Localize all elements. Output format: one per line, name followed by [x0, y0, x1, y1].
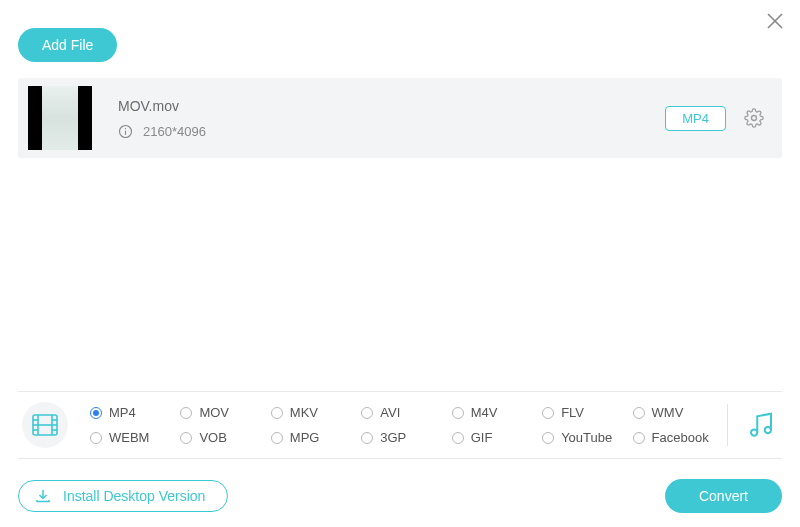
format-option-mov[interactable]: MOV: [180, 405, 266, 420]
format-option-label: AVI: [380, 405, 400, 420]
format-option-mkv[interactable]: MKV: [271, 405, 357, 420]
install-desktop-label: Install Desktop Version: [63, 488, 205, 504]
format-option-avi[interactable]: AVI: [361, 405, 447, 420]
radio-icon: [90, 432, 102, 444]
format-option-m4v[interactable]: M4V: [452, 405, 538, 420]
radio-icon: [180, 432, 192, 444]
install-desktop-button[interactable]: Install Desktop Version: [18, 480, 228, 512]
radio-icon: [633, 407, 645, 419]
format-option-wmv[interactable]: WMV: [633, 405, 719, 420]
format-option-gif[interactable]: GIF: [452, 430, 538, 445]
gear-icon: [744, 108, 764, 128]
video-category-button[interactable]: [22, 402, 68, 448]
file-thumbnail: [28, 86, 92, 150]
audio-category-button[interactable]: [746, 410, 776, 440]
radio-icon: [452, 407, 464, 419]
radio-icon: [452, 432, 464, 444]
target-format-badge[interactable]: MP4: [665, 106, 726, 131]
radio-icon: [271, 432, 283, 444]
svg-point-15: [765, 427, 771, 433]
separator: [727, 404, 728, 446]
format-option-webm[interactable]: WEBM: [90, 430, 176, 445]
format-option-label: MPG: [290, 430, 320, 445]
settings-button[interactable]: [744, 108, 764, 128]
format-option-label: MP4: [109, 405, 136, 420]
format-option-facebook[interactable]: Facebook: [633, 430, 719, 445]
file-item: MOV.mov 2160*4096 MP4: [18, 78, 782, 158]
radio-icon: [542, 407, 554, 419]
radio-icon: [542, 432, 554, 444]
music-icon: [746, 410, 776, 440]
format-option-label: MKV: [290, 405, 318, 420]
radio-icon: [361, 432, 373, 444]
download-icon: [35, 488, 51, 504]
format-option-label: M4V: [471, 405, 498, 420]
svg-point-14: [751, 429, 757, 435]
radio-icon: [633, 432, 645, 444]
radio-icon: [361, 407, 373, 419]
format-option-3gp[interactable]: 3GP: [361, 430, 447, 445]
format-option-label: Facebook: [652, 430, 709, 445]
format-option-label: WMV: [652, 405, 684, 420]
svg-point-5: [752, 116, 757, 121]
radio-icon: [90, 407, 102, 419]
format-option-label: YouTube: [561, 430, 612, 445]
format-option-label: FLV: [561, 405, 584, 420]
footer: Install Desktop Version Convert: [18, 479, 782, 513]
info-icon: [118, 124, 133, 139]
format-option-flv[interactable]: FLV: [542, 405, 628, 420]
film-icon: [32, 414, 58, 436]
format-option-mp4[interactable]: MP4: [90, 405, 176, 420]
convert-button[interactable]: Convert: [665, 479, 782, 513]
file-resolution: 2160*4096: [143, 124, 206, 139]
close-button[interactable]: [766, 12, 784, 30]
format-option-label: WEBM: [109, 430, 149, 445]
radio-icon: [180, 407, 192, 419]
format-option-label: MOV: [199, 405, 229, 420]
format-option-label: GIF: [471, 430, 493, 445]
add-file-button[interactable]: Add File: [18, 28, 117, 62]
format-grid: MP4MOVMKVAVIM4VFLVWMVWEBMVOBMPG3GPGIFYou…: [90, 405, 719, 445]
output-format-panel: MP4MOVMKVAVIM4VFLVWMVWEBMVOBMPG3GPGIFYou…: [18, 391, 782, 459]
radio-icon: [271, 407, 283, 419]
format-option-mpg[interactable]: MPG: [271, 430, 357, 445]
format-option-label: VOB: [199, 430, 226, 445]
close-icon: [766, 12, 784, 30]
format-option-youtube[interactable]: YouTube: [542, 430, 628, 445]
format-option-vob[interactable]: VOB: [180, 430, 266, 445]
file-name: MOV.mov: [118, 98, 665, 114]
svg-point-3: [125, 128, 126, 129]
format-option-label: 3GP: [380, 430, 406, 445]
